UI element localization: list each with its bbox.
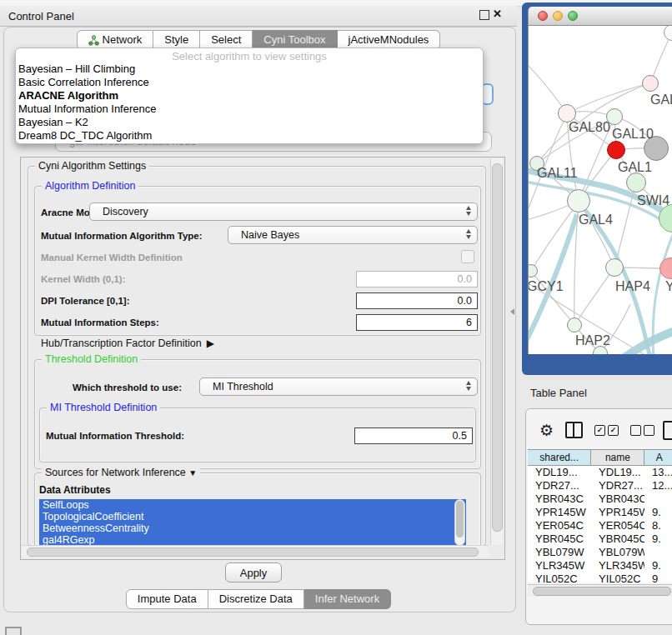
table-row[interactable]: YPR145WYPR145W9. — [528, 506, 672, 519]
tab-impute-data[interactable]: Impute Data — [126, 589, 208, 609]
tab-discretize-data[interactable]: Discretize Data — [208, 589, 304, 609]
checked-pair-icon[interactable]: ✓✓ — [594, 425, 619, 436]
network-node-node-green-mid[interactable] — [626, 172, 646, 192]
network-node-GAL4[interactable] — [567, 189, 590, 212]
table-cell: YIL052C — [591, 572, 644, 582]
network-node-GAL1[interactable] — [607, 141, 625, 159]
dropdown-item[interactable]: Bayesian – Hill Climbing — [16, 62, 483, 76]
table-cell: YDL19... — [591, 466, 644, 479]
cyni-settings-title: Cyni Algorithm Settings — [35, 160, 149, 172]
hub-definition-toggle[interactable]: Hub/Transcription Factor Definition▶ — [41, 338, 214, 349]
algorithm-dropdown[interactable]: Select algorithm to view settings Bayesi… — [15, 48, 484, 144]
float-panel-icon[interactable] — [479, 10, 489, 20]
stepper-arrows-icon — [466, 206, 471, 216]
data-attributes-list[interactable]: SelfLoopsTopologicalCoefficientBetweenne… — [39, 499, 466, 546]
network-node-label: GCY1 — [528, 279, 564, 294]
column-header-a[interactable]: A — [644, 450, 672, 465]
close-icon[interactable]: ✕ — [493, 8, 502, 20]
table-hscrollbar[interactable] — [528, 584, 672, 597]
table-cell: 9. — [644, 532, 672, 546]
table-cell: YIL052C — [528, 572, 591, 582]
network-node-HAP2[interactable] — [567, 318, 582, 332]
panel-resize-arrow-icon[interactable] — [510, 308, 514, 315]
table-body: YDL19...YDL19...13...YDR27...YDR27...12.… — [528, 466, 672, 582]
unchecked-pair-icon[interactable] — [630, 425, 654, 436]
table-row[interactable]: YBR043CYBR043C — [528, 492, 672, 506]
table-row[interactable]: YDR27...YDR27...12... — [528, 479, 672, 492]
column-header-name[interactable]: name — [591, 450, 644, 465]
table-cell — [644, 546, 672, 559]
table-panel: ⚙ ✓✓ shared...nameA YDL19...YDL19...13..… — [525, 408, 672, 625]
table-row[interactable]: YBL079WYBL079W — [528, 546, 672, 559]
network-window-titlebar[interactable] — [528, 7, 672, 26]
table-cell: 9 — [644, 572, 672, 582]
document-icon[interactable] — [663, 421, 672, 440]
network-node-label: GAL11 — [537, 166, 578, 181]
network-node-node-pink-upper[interactable] — [642, 75, 659, 92]
which-threshold-combo[interactable]: MI Threshold — [199, 378, 478, 396]
table-cell: 13... — [644, 466, 672, 479]
attribute-list-item[interactable]: SelfLoops — [39, 499, 466, 511]
column-header-shared-[interactable]: shared... — [528, 450, 591, 465]
aracne-mode-value: Discovery — [103, 206, 148, 218]
network-node-HAP4[interactable] — [605, 258, 624, 277]
minimize-traffic-light-icon[interactable] — [553, 11, 563, 21]
tab-label: Style — [164, 33, 188, 47]
settings-scroll-area: Cyni Algorithm Settings Algorithm Defini… — [20, 157, 505, 560]
kernel-width-field[interactable] — [356, 271, 478, 288]
manual-kernel-checkbox[interactable] — [461, 250, 474, 263]
tab-label: Impute Data — [138, 592, 197, 606]
table-row[interactable]: YER054CYER054C8. — [528, 519, 672, 532]
close-traffic-light-icon[interactable] — [538, 11, 548, 21]
network-canvas[interactable]: GALGAL80GAL10GAL1GAL11SWI4GAL4GCY1HAP4YH… — [528, 26, 672, 354]
mi-threshold-field[interactable] — [354, 428, 473, 444]
table-row[interactable]: YBR045CYBR045C9. — [528, 532, 672, 546]
table-cell: YBR045C — [528, 532, 591, 546]
threshold-definition-title: Threshold Definition — [42, 353, 141, 365]
attribute-list-item[interactable]: BetweennessCentrality — [39, 522, 466, 534]
table-cell: YER054C — [591, 519, 644, 532]
aracne-mode-combo[interactable]: Discovery — [89, 202, 478, 221]
mi-type-combo[interactable]: Naive Bayes — [228, 226, 478, 244]
dpi-tolerance-label: DPI Tolerance [0,1]: — [41, 296, 130, 306]
table-panel-title: Table Panel — [530, 387, 587, 399]
dropdown-item[interactable]: ARACNE Algorithm — [16, 89, 483, 102]
table-cell — [644, 492, 672, 506]
table-cell: YBR043C — [591, 492, 644, 506]
table-row[interactable]: YIL052CYIL052C9 — [528, 572, 672, 582]
attr-list-scroll-thumb[interactable] — [456, 501, 464, 538]
mi-type-value: Naive Bayes — [241, 229, 299, 241]
table-row[interactable]: YLR345WYLR345W9. — [528, 559, 672, 572]
zoom-traffic-light-icon[interactable] — [568, 11, 578, 21]
control-panel-titlebar: Control Panel — [0, 6, 517, 27]
network-node-label: GAL10 — [612, 127, 654, 142]
gear-icon[interactable]: ⚙ — [539, 422, 554, 438]
attribute-list-item[interactable]: gal4RGexp — [39, 534, 466, 546]
network-node-label: Y — [665, 279, 672, 294]
settings-hscroll-thumb[interactable] — [27, 548, 479, 557]
dropdown-item[interactable]: Mutual Information Inference — [16, 102, 483, 116]
table-cell: 12... — [644, 479, 672, 492]
network-node-label: GAL80 — [569, 120, 610, 135]
split-columns-icon[interactable] — [565, 422, 583, 438]
dpi-tolerance-field[interactable] — [356, 292, 478, 309]
table-hscroll-thumb[interactable] — [533, 587, 671, 596]
kernel-width-label: Kernel Width (0,1): — [41, 274, 125, 284]
settings-vscroll-thumb[interactable] — [492, 163, 503, 532]
dropdown-item[interactable]: Bayesian – K2 — [16, 116, 483, 129]
table-cell: YPR145W — [528, 506, 591, 519]
tab-infer-network[interactable]: Infer Network — [304, 589, 391, 609]
table-cell: YBR043C — [528, 492, 591, 506]
dropdown-item[interactable]: Dream8 DC_TDC Algorithm — [16, 129, 483, 142]
apply-button[interactable]: Apply — [225, 562, 282, 582]
mi-steps-field[interactable] — [356, 314, 478, 331]
which-threshold-value: MI Threshold — [213, 381, 273, 392]
attribute-list-item[interactable]: TopologicalCoefficient — [39, 511, 466, 522]
tab-label: Infer Network — [315, 592, 379, 606]
table-cell: YBL079W — [528, 546, 591, 559]
table-row[interactable]: YDL19...YDL19...13... — [528, 466, 672, 479]
table-cell: YBL079W — [591, 546, 644, 559]
sources-title-row[interactable]: Sources for Network Inference ▼ — [42, 467, 200, 478]
dropdown-item[interactable]: Basic Correlation Inference — [16, 76, 483, 89]
expanded-arrow-icon: ▼ — [188, 468, 197, 478]
